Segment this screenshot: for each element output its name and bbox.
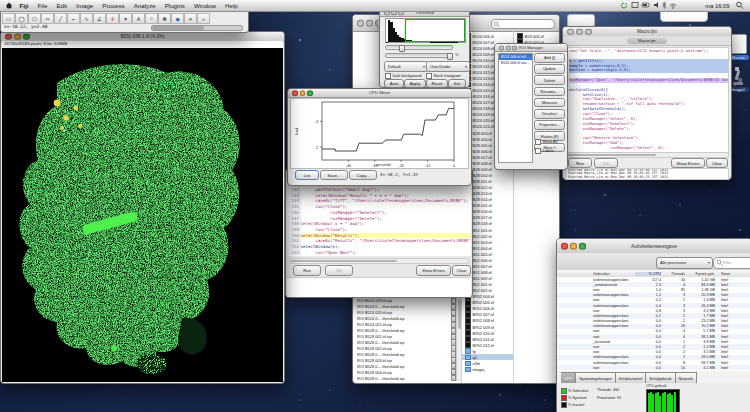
clear-button[interactable]: Clear xyxy=(452,265,471,276)
display-mode-select[interactable]: Over/Under ▾ xyxy=(426,61,470,72)
zip-file-row[interactable]: ROI B528 001.tif.zip xyxy=(355,334,456,340)
process-row[interactable]: root 1,0 81 1,38 GB Intel xyxy=(557,287,750,292)
finder-zip-column[interactable]: ROI B524 019.tif.zipROI B524 0….threshol… xyxy=(355,298,456,381)
zoom-button[interactable] xyxy=(512,45,517,50)
tool-button[interactable]: ▭ xyxy=(2,13,15,24)
process-row[interactable]: root 0,0 10 3,1 MB Intel xyxy=(557,365,750,370)
list-button[interactable]: List xyxy=(295,170,319,180)
reset-button[interactable]: Reset xyxy=(426,79,448,88)
zip-file-row[interactable]: ROI B528 003.tif.zip xyxy=(355,357,456,363)
zoom-button[interactable] xyxy=(579,243,586,250)
process-row[interactable]: root 0,0 2 1,2 MB Intel xyxy=(557,344,750,349)
minimize-button[interactable] xyxy=(14,33,21,40)
roi-manager-button[interactable]: Delete xyxy=(534,75,565,85)
menu-item-plugins[interactable]: Plugins xyxy=(160,2,189,9)
menu-item-process[interactable]: Process xyxy=(98,2,129,9)
tool-button[interactable]: » xyxy=(197,13,210,24)
zip-file-row[interactable]: ROI B528 0….threshold.zip xyxy=(355,340,456,346)
zip-file-row[interactable]: ROI B528 002.tif.zip xyxy=(355,346,456,352)
roi-manager-button[interactable]: Deselect xyxy=(534,109,565,119)
process-row[interactable]: _windowserver 2,3 4 84,6 MB Intel xyxy=(557,282,750,287)
roi-manager-button[interactable]: Update xyxy=(534,64,565,74)
process-row[interactable]: violettevanoppersloes 117,4 34 1,42 GB I… xyxy=(557,277,750,282)
zip-file-row[interactable]: ROI B524 020.tif.zip xyxy=(355,310,456,316)
menu-item-app[interactable]: Fiji xyxy=(15,2,33,9)
labels-checkbox[interactable]: Labels xyxy=(535,148,554,154)
tool-button[interactable]: ⌐ xyxy=(67,13,80,24)
menu-item-help[interactable]: Help xyxy=(220,2,242,9)
menu-item-file[interactable]: File xyxy=(33,2,52,9)
tool-button[interactable]: ∾ xyxy=(41,13,54,24)
zip-file-row[interactable]: ROI B528 0….threshold.zip xyxy=(355,328,456,334)
menu-item-edit[interactable]: Edit xyxy=(52,2,72,9)
process-row[interactable]: violettevanoppersloes 0,4 3 26,4 MB Inte… xyxy=(557,303,750,308)
minimize-button[interactable] xyxy=(366,20,373,27)
zip-file-row[interactable]: ROI B524 0….threshold.zip xyxy=(355,316,456,322)
process-row[interactable]: root 0,8 3 3,2 MB Intel xyxy=(557,308,750,313)
process-row[interactable]: violettevanoppersloes 0,1 2 1,7 MB Intel xyxy=(557,313,750,318)
editor-output-area[interactable] xyxy=(287,277,471,297)
roi-manager-button[interactable]: Add [t] xyxy=(534,53,565,63)
scrollbar[interactable] xyxy=(456,298,461,381)
zip-file-row[interactable]: ROI B524 021.tif.zip xyxy=(355,322,456,328)
kill-button[interactable]: Kill xyxy=(594,158,618,168)
tool-button[interactable]: ╱ xyxy=(54,13,67,24)
close-button[interactable] xyxy=(567,28,574,35)
column-header-cpu[interactable]: % CPU xyxy=(635,272,661,276)
bluetooth-icon[interactable] xyxy=(662,2,666,8)
copy-button[interactable]: Copy... xyxy=(349,170,377,180)
show-all-checkbox[interactable]: Show All xyxy=(535,139,557,145)
tool-button[interactable]: ✛ xyxy=(106,13,119,24)
zip-file-row[interactable]: ROI B524 0….threshold.zip xyxy=(355,304,456,310)
close-button[interactable] xyxy=(357,20,364,27)
volume-icon[interactable] xyxy=(654,2,658,8)
show-errors-button[interactable]: Show Errors xyxy=(416,265,451,276)
tool-button[interactable]: ∠ xyxy=(93,13,106,24)
horizontal-scrollbar[interactable] xyxy=(289,258,469,264)
zip-file-row[interactable]: ROI B528 0….threshold.zip xyxy=(355,375,456,381)
zip-file-row[interactable]: ROI B528 0….threshold.zip xyxy=(355,351,456,357)
tool-button[interactable]: ✶ xyxy=(119,13,132,24)
upper-threshold-slider[interactable] xyxy=(385,53,453,58)
process-row[interactable]: violettevanoppersloes 0,0 8 39,7 MB Inte… xyxy=(557,360,750,365)
process-row[interactable]: root 0,0 4 38,1 MB Intel xyxy=(557,334,750,339)
menu-item-analyze[interactable]: Analyze xyxy=(129,2,160,9)
zoom-button[interactable] xyxy=(307,90,313,96)
kill-button[interactable]: Kill xyxy=(325,265,353,276)
zoom-button[interactable] xyxy=(23,33,30,40)
set-button[interactable]: Set xyxy=(448,79,466,88)
process-row[interactable]: _locationd 0,0 1 3,8 MB Intel xyxy=(557,339,750,344)
sync-icon[interactable] xyxy=(621,3,626,9)
apply-button[interactable]: Apply xyxy=(404,79,426,88)
menu-item-window[interactable]: Window xyxy=(189,2,220,9)
tool-button[interactable]: A xyxy=(132,13,145,24)
zip-file-row[interactable]: ROI B528 004.tif.zip xyxy=(355,369,456,375)
activity-monitor-titlebar[interactable]: Activiteitenweergave xyxy=(557,239,750,254)
tool-button[interactable]: ∿ xyxy=(80,13,93,24)
tool-button[interactable]: ⬠ xyxy=(28,13,41,24)
save-button[interactable]: Save... xyxy=(320,170,348,180)
menu-item-image[interactable]: Image xyxy=(72,2,98,9)
lower-threshold-slider[interactable] xyxy=(385,45,453,50)
am-search-input[interactable]: Filter xyxy=(713,257,750,269)
tool-button[interactable]: ● xyxy=(184,13,197,24)
process-row[interactable]: root 0,0 2 3,5 MB Intel xyxy=(557,350,750,355)
close-button[interactable] xyxy=(292,90,298,96)
process-row[interactable]: root 0,5 1 1,4 MB Intel xyxy=(557,298,750,303)
close-button[interactable] xyxy=(5,33,12,40)
spotlight-icon[interactable] xyxy=(734,1,746,10)
roi-manager-button[interactable]: Measure xyxy=(534,98,565,108)
process-row[interactable]: violettevanoppersloes 1,2 3 20,3 MB Inte… xyxy=(557,293,750,298)
column-header-mem[interactable]: Fysiek geh. xyxy=(685,272,715,276)
zoom-button[interactable] xyxy=(585,28,592,35)
method-select[interactable]: Default ▾ xyxy=(384,61,428,72)
minimize-button[interactable] xyxy=(300,90,306,96)
roi-item[interactable]: B524 006.tif auto threshold xyxy=(499,60,532,66)
show-errors-button[interactable]: Show Errors xyxy=(671,158,705,168)
apple-menu[interactable] xyxy=(0,2,15,10)
slider-thumb[interactable] xyxy=(447,53,453,60)
minimize-button[interactable] xyxy=(576,28,583,35)
tab-macro[interactable]: Macro.ijm xyxy=(627,38,667,45)
process-row[interactable]: violettevanoppersloes 0,0 26 70,2 MB Int… xyxy=(557,324,750,329)
roi-list[interactable]: B524 006.tif full auto thresholdB524 006… xyxy=(498,53,533,163)
